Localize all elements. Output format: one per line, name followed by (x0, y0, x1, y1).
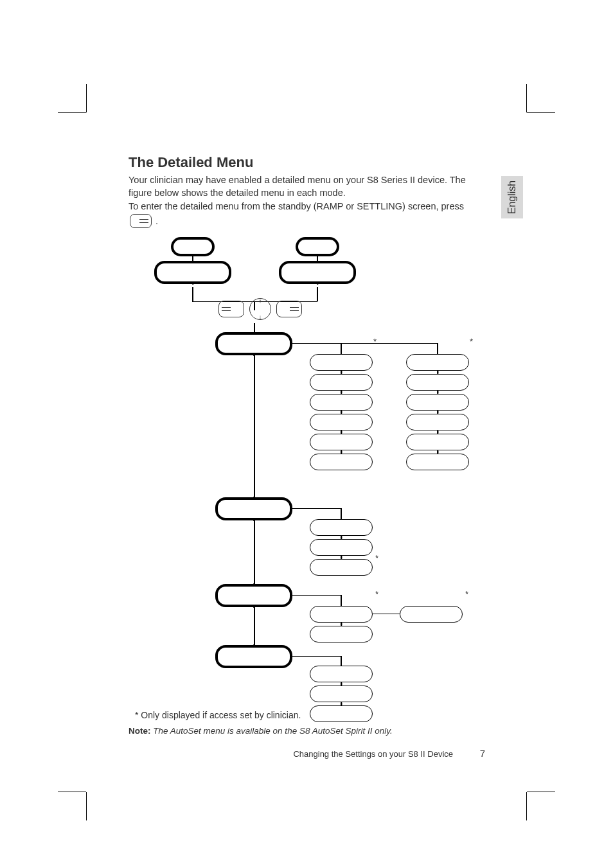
connector (437, 343, 438, 354)
diagram-node (171, 237, 215, 256)
diagram-node (279, 261, 356, 284)
crop-mark (58, 792, 86, 792)
diagram-node (215, 497, 292, 520)
diagram-node (310, 454, 373, 470)
connector (254, 323, 255, 332)
device-dial-icon (249, 298, 271, 320)
diagram-node (310, 354, 373, 371)
menu-diagram: * * * * (129, 237, 485, 706)
note-label: Note: (129, 726, 151, 736)
right-button-icon (130, 214, 152, 228)
asterisk: * (465, 589, 468, 599)
diagram-node (310, 394, 373, 411)
diagram-node (406, 434, 469, 450)
crop-mark (86, 792, 87, 820)
diagram-node (310, 374, 373, 391)
asterisk: * (470, 337, 473, 346)
note-line: Note: The AutoSet menu is available on t… (129, 726, 393, 736)
asterisk: * (373, 337, 377, 346)
diagram-node (406, 374, 469, 391)
crop-mark (526, 792, 527, 820)
diagram-node (310, 606, 373, 623)
connector (292, 595, 341, 596)
connector (292, 656, 341, 657)
diagram-node (310, 626, 373, 642)
asterisk: * (375, 589, 378, 599)
instruction-suffix: . (155, 216, 158, 226)
connector (192, 256, 193, 261)
connector (341, 343, 342, 354)
connector (254, 520, 255, 584)
connector (373, 614, 400, 615)
device-right-button-icon (276, 301, 302, 317)
diagram-node (310, 414, 373, 430)
connector (192, 287, 193, 301)
crop-mark (86, 84, 87, 112)
diagram-node (310, 559, 373, 576)
diagram-node (215, 584, 292, 607)
section-heading: The Detailed Menu (129, 154, 485, 171)
diagram-node (296, 237, 339, 256)
crop-mark (527, 112, 555, 113)
diagram-node (310, 666, 373, 682)
connector (254, 355, 255, 497)
diagram-node (406, 454, 469, 470)
intro-paragraph: Your clinician may have enabled a detail… (129, 173, 485, 200)
diagram-node (310, 434, 373, 450)
connector (317, 256, 318, 261)
page-footer: Changing the Settings on your S8 II Devi… (129, 748, 485, 759)
language-label: English (506, 181, 518, 214)
diagram-node (406, 354, 469, 371)
footer-title: Changing the Settings on your S8 II Devi… (293, 749, 453, 759)
device-controls-icon (218, 295, 302, 323)
device-left-button-icon (218, 301, 244, 317)
instruction-line: To enter the detailed menu from the stan… (129, 201, 485, 228)
instruction-prefix: To enter the detailed menu from the stan… (129, 201, 464, 211)
crop-mark (526, 84, 527, 112)
diagram-node (310, 539, 373, 556)
diagram-node (215, 332, 292, 355)
connector (317, 287, 318, 301)
diagram-node (406, 414, 469, 430)
note-text: The AutoSet menu is available on the S8 … (151, 726, 393, 736)
page-content: The Detailed Menu Your clinician may hav… (129, 154, 485, 706)
connector (341, 508, 342, 519)
diagram-node (310, 705, 373, 722)
connector (292, 343, 437, 344)
connector (254, 607, 255, 645)
crop-mark (527, 792, 555, 792)
language-tab: English (501, 176, 523, 218)
figure-footnote: * Only displayed if access set by clinic… (135, 710, 301, 720)
page-number: 7 (480, 748, 485, 759)
diagram-node (310, 519, 373, 536)
diagram-node (310, 686, 373, 702)
connector (341, 656, 342, 666)
connector (292, 508, 341, 509)
diagram-node (154, 261, 231, 284)
diagram-node (400, 606, 463, 623)
connector (341, 595, 342, 606)
crop-mark (58, 112, 86, 113)
diagram-node (406, 394, 469, 411)
diagram-node (215, 645, 292, 668)
asterisk: * (375, 553, 378, 563)
